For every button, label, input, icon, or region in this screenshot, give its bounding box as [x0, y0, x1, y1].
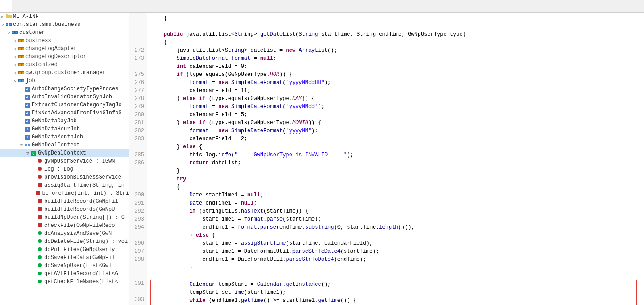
expand-icon[interactable]: ▷: [12, 54, 18, 59]
sidebar-item-provisionBusinessService[interactable]: provisionBusinessService: [0, 173, 129, 181]
line-number: [131, 231, 144, 239]
package-boxes: [18, 71, 24, 74]
tab-gwnpdealcontext[interactable]: [0, 0, 12, 12]
sidebar-item-changeLogDescriptor[interactable]: ▷changeLogDescriptor: [0, 53, 129, 61]
sidebar-item-job[interactable]: ▽job: [0, 77, 129, 85]
item-label: job: [25, 78, 35, 84]
sidebar-item-checkFile[interactable]: checkFile(GwNpFileReco: [0, 221, 129, 230]
sidebar-item-business[interactable]: ▷business: [0, 37, 129, 45]
item-label: AutoChangeSocietyTypeProces: [32, 86, 118, 92]
code-line: startTime1 = format.parse(startTime);: [151, 215, 640, 223]
sidebar-item-GwNpDealContext-pkg[interactable]: ▽GwNpDealContext: [0, 141, 129, 149]
package-boxes: [6, 23, 12, 26]
sidebar-item-changeLogAdapter[interactable]: ▷changeLogAdapter: [0, 45, 129, 53]
code-line: SimpleDateFormat format = null;: [151, 54, 640, 63]
line-number: 276: [131, 79, 144, 87]
method-green-icon: [37, 263, 43, 268]
code-line: Date endTime1 = null;: [151, 199, 640, 207]
expand-icon[interactable]: ▽: [19, 143, 24, 148]
sidebar-item-GwNpDataMonthJob[interactable]: JGwNpDataMonthJob: [0, 133, 129, 141]
class-icon: J: [24, 94, 30, 100]
line-number: [131, 22, 144, 30]
code-line: java.util.List<String> dateList = new Ar…: [151, 46, 640, 54]
code-line: while (endTime1.getTime() >= startTime1.…: [151, 297, 636, 305]
item-label: changeLogDescriptor: [25, 54, 87, 60]
item-label: business: [25, 38, 51, 44]
item-label: GwNpDataHourJob: [32, 126, 80, 132]
editor-area[interactable]: 2722732752762772782792802812822832852862…: [129, 13, 644, 305]
expand-icon[interactable]: ▷: [12, 46, 18, 51]
sidebar-item-GwNpDataHourJob[interactable]: JGwNpDataHourJob: [0, 125, 129, 133]
item-label: getAVLFileRecord(List<G: [44, 271, 118, 277]
code-line: tempStart.setTime(startTime1);: [151, 288, 636, 297]
line-number: [131, 263, 144, 272]
item-label: getCheckFileNames(List<: [44, 279, 118, 285]
sidebar-item-beforeTime[interactable]: beforeTime(int, int) : Stri: [0, 189, 129, 197]
code-line: int calendarField = 0;: [151, 63, 640, 71]
class-icon: J: [24, 86, 30, 92]
sidebar-item-log[interactable]: log : Log: [0, 165, 129, 173]
method-red-icon: [37, 183, 43, 188]
sidebar[interactable]: ▷META-INF▽com.star.sms.business▽customer…: [0, 13, 129, 305]
sidebar-item-doDeleteFile[interactable]: doDeleteFile(String) : voi: [0, 238, 129, 246]
sidebar-item-customer[interactable]: ▽customer: [0, 29, 129, 37]
sidebar-item-gwNpUserService[interactable]: gwNpUserService : IGwN: [0, 157, 129, 165]
method-red-icon: [37, 223, 43, 228]
sidebar-item-ExtractCustomerCategoryTagJo[interactable]: JExtractCustomerCategoryTagJo: [0, 101, 129, 109]
item-label: assigStartTime(String, in: [44, 182, 125, 188]
sidebar-item-buildFileRecords[interactable]: buildFileRecords(GwNpU: [0, 205, 129, 213]
sidebar-item-GwNpDealContext-class[interactable]: ▽CGwNpDealContext: [0, 149, 129, 157]
sidebar-item-com-star-sms-business[interactable]: ▽com.star.sms.business: [0, 21, 129, 29]
line-number: 293: [131, 215, 144, 223]
line-number: [131, 143, 144, 151]
package-boxes: [18, 39, 24, 42]
sidebar-item-getAVLFileRecord[interactable]: getAVLFileRecord(List<G: [0, 270, 129, 278]
sidebar-item-assigStartTime[interactable]: assigStartTime(String, in: [0, 181, 129, 189]
expand-icon[interactable]: ▷: [12, 71, 18, 75]
code-line: this.log.info("=====GwNpUserType is INVA…: [151, 151, 640, 159]
expand-icon[interactable]: ▷: [0, 14, 5, 19]
expand-icon[interactable]: ▽: [25, 151, 30, 156]
sidebar-item-FixNetAdvancedFromFiveGInfoS[interactable]: JFixNetAdvancedFromFiveGInfoS: [0, 109, 129, 117]
sidebar-item-buildNpUser[interactable]: buildNpUser(String[]) : G: [0, 213, 129, 221]
sidebar-item-GwNpDataDayJob[interactable]: JGwNpDataDayJob: [0, 117, 129, 125]
sidebar-item-meta-inf[interactable]: ▷META-INF: [0, 13, 129, 21]
package-boxes: [18, 79, 24, 82]
sidebar-item-buildFileRecord[interactable]: buildFileRecord(GwNpFil: [0, 197, 129, 205]
item-label: AutoInvalidOperatorSynJob: [32, 94, 112, 100]
expand-icon[interactable]: ▽: [6, 30, 12, 35]
sidebar-item-doAnalysisAndSave[interactable]: doAnalysisAndSave(GwN: [0, 230, 129, 238]
sidebar-item-customized[interactable]: ▷customized: [0, 61, 129, 69]
item-label: doSaveNpUser(List<Gwl: [44, 263, 112, 269]
sidebar-item-getCheckFileNames[interactable]: getCheckFileNames(List<: [0, 278, 129, 286]
sidebar-item-gw-group-customer-manager[interactable]: ▷gw.group.customer.manager: [0, 69, 129, 77]
code-line: [151, 272, 640, 280]
line-number: 297: [131, 247, 144, 255]
item-label: doAnalysisAndSave(GwN: [44, 230, 112, 237]
item-label: buildNpUser(String[]) : G: [44, 214, 125, 221]
method-red-icon: [37, 207, 43, 212]
class-icon: J: [24, 126, 30, 132]
sidebar-item-doPullFiles[interactable]: doPullFiles(GwNpUserTy: [0, 246, 129, 254]
sidebar-item-doSaveNpUser[interactable]: doSaveNpUser(List<Gwl: [0, 262, 129, 270]
sidebar-item-AutoInvalidOperatorSynJob[interactable]: JAutoInvalidOperatorSynJob: [0, 93, 129, 101]
line-number: 298: [131, 255, 144, 263]
sidebar-item-doSaveFileData[interactable]: doSaveFileData(GwNpFil: [0, 254, 129, 262]
main-area: ▷META-INF▽com.star.sms.business▽customer…: [0, 13, 644, 305]
line-number: 292: [131, 207, 144, 215]
sidebar-item-AutoChangeSocietyTypeProces[interactable]: JAutoChangeSocietyTypeProces: [0, 85, 129, 93]
item-label: FixNetAdvancedFromFiveGInfoS: [32, 110, 122, 116]
line-number: 277: [131, 87, 144, 95]
line-number: [131, 175, 144, 183]
code-line: } else if (type.equals(GwNpUserType.MONT…: [151, 119, 640, 127]
line-numbers: 2722732752762772782792802812822832852862…: [129, 13, 147, 305]
expand-icon[interactable]: ▽: [0, 22, 5, 27]
code-line: } else {: [151, 231, 640, 239]
expand-icon[interactable]: ▷: [12, 38, 18, 43]
line-number: 283: [131, 135, 144, 143]
expand-icon[interactable]: ▽: [12, 79, 18, 84]
code-line: }: [151, 14, 640, 22]
class-icon: J: [24, 134, 30, 140]
code-line: format = new SimpleDateFormat("yyyyMMdd"…: [151, 103, 640, 111]
expand-icon[interactable]: ▷: [12, 63, 18, 67]
